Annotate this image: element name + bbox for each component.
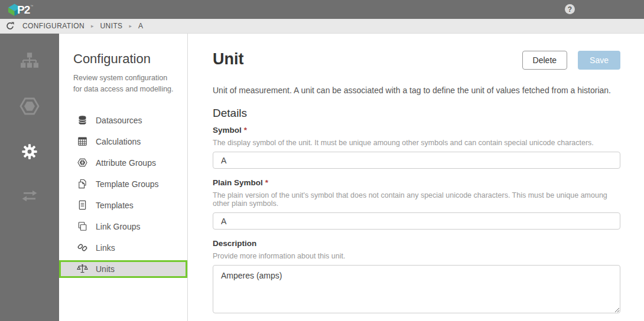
calculations-icon [77,136,88,147]
plain-symbol-input[interactable] [213,212,620,230]
plain-symbol-field: Plain Symbol* The plain version of the u… [213,178,620,230]
required-asterisk: * [265,178,268,187]
main-content: Unit Delete Save Unit of measurement. A … [188,34,644,321]
required-asterisk: * [244,126,247,135]
nav-settings[interactable] [21,143,39,161]
templates-icon [77,199,88,211]
sidebar-item-templates[interactable]: Templates [59,195,187,216]
p2-logo-text: P2 [17,4,30,15]
nav-hexagon[interactable] [18,94,41,118]
breadcrumb-item-a[interactable]: A [138,22,143,30]
link-groups-icon [77,221,88,232]
description-field: Description Provide more information abo… [213,239,620,316]
breadcrumb-item-configuration[interactable]: CONFIGURATION [22,22,84,30]
refresh-icon [5,21,15,31]
sidebar-item-units[interactable]: Units [59,260,187,278]
description-help-text: Provide more information about this unit… [213,252,620,260]
links-icon [77,242,88,253]
breadcrumb-item-units[interactable]: UNITS [100,22,123,30]
help-button[interactable]: ? [565,4,575,14]
units-icon [77,263,88,274]
transfer-arrows-icon [19,187,40,205]
breadcrumb-bar: CONFIGURATION▸UNITS▸A [0,19,644,34]
attribute-groups-icon [77,157,88,168]
nav-rail [0,34,59,321]
sidebar-item-template-groups[interactable]: Template Groups [59,173,187,195]
breadcrumb-separator-icon: ▸ [91,23,94,29]
page-title: Unit [213,50,243,68]
plain-symbol-label: Plain Symbol* [213,178,620,187]
sidebar-item-attribute-groups[interactable]: Attribute Groups [59,152,187,173]
sidebar-item-calculations[interactable]: Calculations [59,131,187,152]
p2-logo[interactable]: P2 ™ [8,2,33,17]
description-label: Description [213,239,620,248]
question-mark-icon: ? [568,6,572,13]
trademark-mark: ™ [30,4,33,8]
sidebar-item-link-groups[interactable]: Link Groups [59,216,187,237]
symbol-help-text: The display symbol of the unit. It must … [213,139,620,147]
delete-button[interactable]: Delete [522,51,567,70]
description-textarea[interactable] [213,265,620,313]
sidebar-item-links[interactable]: Links [59,237,187,258]
plain-symbol-help-text: The plain version of the unit's symbol t… [213,191,620,208]
hexagon-icon [18,94,41,118]
sidebar-item-datasources[interactable]: Datasources [59,110,187,131]
symbol-field: Symbol* The display symbol of the unit. … [213,126,620,169]
save-button[interactable]: Save [578,51,620,70]
nav-hierarchy[interactable] [19,51,40,73]
unit-intro-text: Unit of measurement. A unit can be assoc… [213,86,620,95]
config-panel-title: Configuration [73,51,187,67]
breadcrumb-separator-icon: ▸ [129,23,132,29]
config-panel-subtitle: Review system configuration for data acc… [73,73,174,95]
gear-icon [21,143,39,161]
config-panel: Configuration Review system configuratio… [59,34,188,321]
nav-transfer[interactable] [19,187,40,205]
config-menu: Datasources Calculations Attribute Group… [59,110,187,278]
details-section-title: Details [213,107,620,120]
top-bar: P2 ™ ? [0,0,644,19]
breadcrumb: CONFIGURATION▸UNITS▸A [22,22,143,30]
refresh-button[interactable] [5,21,15,31]
datasources-icon [77,114,88,126]
template-groups-icon [77,178,88,189]
symbol-input[interactable] [213,152,620,169]
symbol-label: Symbol* [213,126,620,135]
hierarchy-icon [19,51,40,73]
